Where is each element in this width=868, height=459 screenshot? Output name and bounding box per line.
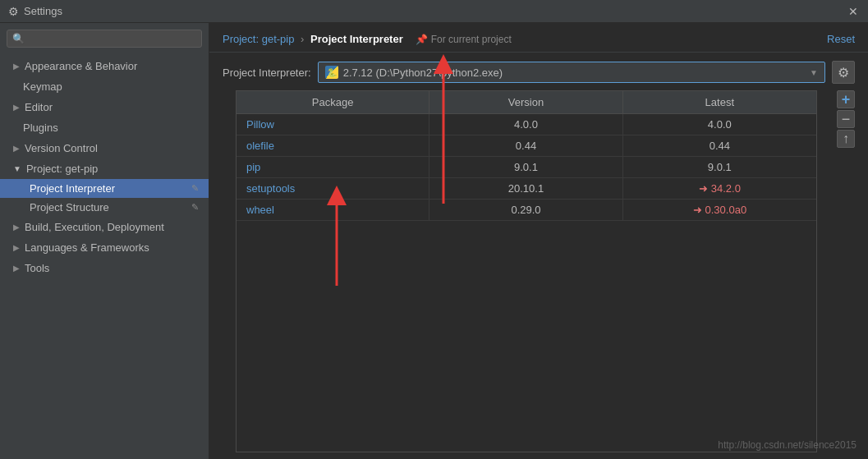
cell-package-pip: pip [237,157,429,177]
content-header: Project: get-pip › Project Interpreter 📌… [209,23,868,53]
pin-icon: 📌 [416,34,428,45]
table-row[interactable]: pip 9.0.1 9.0.1 [237,157,816,178]
sidebar-child-label: Project Interpreter [30,182,115,195]
settings-icon: ⚙ [8,5,19,18]
sidebar-section: ▶ Appearance & Behavior Keymap ▶ Editor … [0,54,209,280]
edit-icon: ✎ [191,183,199,194]
cell-package-wheel: wheel [237,200,429,220]
title-bar-title: Settings [24,5,62,17]
cell-version-setuptools: 20.10.1 [429,178,622,199]
expand-arrow-appearance: ▶ [13,62,20,71]
cell-latest-wheel: ➜0.30.0a0 [623,200,816,220]
col-version: Version [429,91,622,113]
sidebar-item-project[interactable]: ▼ Project: get-pip [0,158,209,179]
upgrade-package-button[interactable]: ↑ [837,130,855,148]
sidebar-item-appearance[interactable]: ▶ Appearance & Behavior [0,56,209,76]
sidebar-item-label: Project: get-pip [26,163,98,175]
python-icon: 🐍 [325,66,338,79]
cell-version-olefile: 0.44 [429,135,622,156]
search-box[interactable]: 🔍 [7,30,202,48]
table-side-buttons: + − ↑ [834,90,855,452]
table-body: Pillow 4.0.0 4.0.0 olefile 0.44 0.44 pip… [237,114,816,221]
expand-arrow-project: ▼ [13,164,21,173]
breadcrumb-tag: 📌 For current project [416,34,511,45]
edit-icon-structure: ✎ [191,202,199,213]
packages-table: Package Version Latest Pillow 4.0.0 4.0.… [236,90,817,452]
sidebar-item-keymap[interactable]: Keymap [0,76,209,97]
breadcrumb: Project: get-pip › Project Interpreter 📌… [223,33,512,45]
interpreter-label: Project Interpreter: [223,67,311,79]
col-package: Package [237,91,429,113]
table-row[interactable]: wheel 0.29.0 ➜0.30.0a0 [237,200,816,221]
expand-arrow-version-control: ▶ [13,144,20,153]
expand-arrow-tools: ▶ [13,264,20,273]
cell-latest-olefile: 0.44 [623,135,816,156]
dropdown-arrow-icon: ▼ [810,68,818,77]
search-input[interactable] [29,33,196,44]
cell-package-setuptools: setuptools [237,178,429,199]
sidebar-item-label: Appearance & Behavior [25,60,137,72]
cell-latest-pillow: 4.0.0 [623,114,816,135]
sidebar-item-label: Version Control [25,142,98,154]
table-wrapper: Package Version Latest Pillow 4.0.0 4.0.… [223,90,855,452]
reset-button[interactable]: Reset [827,33,855,45]
sidebar-item-version-control[interactable]: ▶ Version Control [0,138,209,158]
sidebar-item-label: Tools [25,262,49,274]
sidebar-item-project-structure[interactable]: Project Structure ✎ [0,198,209,217]
interpreter-row: Project Interpreter: 🐍 2.7.12 (D:\Python… [209,53,868,90]
sidebar-item-project-interpreter[interactable]: Project Interpreter ✎ [0,179,209,198]
cell-latest-setuptools: ➜34.2.0 [623,178,816,199]
sidebar-item-tools[interactable]: ▶ Tools [0,258,209,278]
sidebar-item-languages[interactable]: ▶ Languages & Frameworks [0,237,209,258]
sidebar-item-label: Editor [25,101,53,113]
table-row[interactable]: olefile 0.44 0.44 [237,135,816,157]
cell-package-olefile: olefile [237,135,429,156]
sidebar-item-label: Keymap [23,80,62,93]
interpreter-select-text: 🐍 2.7.12 (D:\Python27\python2.exe) [325,66,503,79]
content-area: Project: get-pip › Project Interpreter 📌… [209,23,868,459]
interpreter-select[interactable]: 🐍 2.7.12 (D:\Python27\python2.exe) ▼ [318,62,825,83]
sidebar-item-label: Languages & Frameworks [25,241,149,254]
search-icon: 🔍 [12,33,25,44]
sidebar-item-label: Plugins [23,122,58,134]
upgrade-arrow-icon-wheel: ➜ [693,204,702,216]
cell-version-pillow: 4.0.0 [429,114,622,135]
expand-arrow-editor: ▶ [13,103,20,112]
sidebar-item-plugins[interactable]: Plugins [0,117,209,138]
sidebar-item-editor[interactable]: ▶ Editor [0,97,209,117]
remove-package-button[interactable]: − [837,110,855,128]
main-container: 🔍 ▶ Appearance & Behavior Keymap ▶ Edito… [0,23,868,459]
upgrade-arrow-icon: ➜ [699,182,708,195]
gear-button[interactable]: ⚙ [832,61,855,84]
expand-arrow-build: ▶ [13,223,20,232]
close-button[interactable]: ✕ [847,5,860,18]
table-row[interactable]: setuptools 20.10.1 ➜34.2.0 [237,178,816,200]
title-bar: ⚙ Settings ✕ [0,0,868,23]
breadcrumb-separator: › [301,33,304,45]
sidebar: 🔍 ▶ Appearance & Behavior Keymap ▶ Edito… [0,23,209,459]
cell-version-wheel: 0.29.0 [429,200,622,220]
breadcrumb-project[interactable]: Project: get-pip [223,33,294,45]
watermark: http://blog.csdn.net/silence2015 [718,439,857,451]
sidebar-item-label: Build, Execution, Deployment [25,221,164,233]
table-row[interactable]: Pillow 4.0.0 4.0.0 [237,114,816,135]
add-package-button[interactable]: + [837,90,855,108]
cell-version-pip: 9.0.1 [429,157,622,177]
cell-package-pillow: Pillow [237,114,429,135]
sidebar-item-build[interactable]: ▶ Build, Execution, Deployment [0,217,209,237]
cell-latest-pip: 9.0.1 [623,157,816,177]
breadcrumb-current: Project Interpreter [310,33,403,45]
interpreter-value: 2.7.12 (D:\Python27\python2.exe) [343,67,503,79]
col-latest: Latest [623,91,816,113]
sidebar-child-label: Project Structure [30,201,109,213]
table-header: Package Version Latest [237,91,816,114]
expand-arrow-languages: ▶ [13,243,20,252]
